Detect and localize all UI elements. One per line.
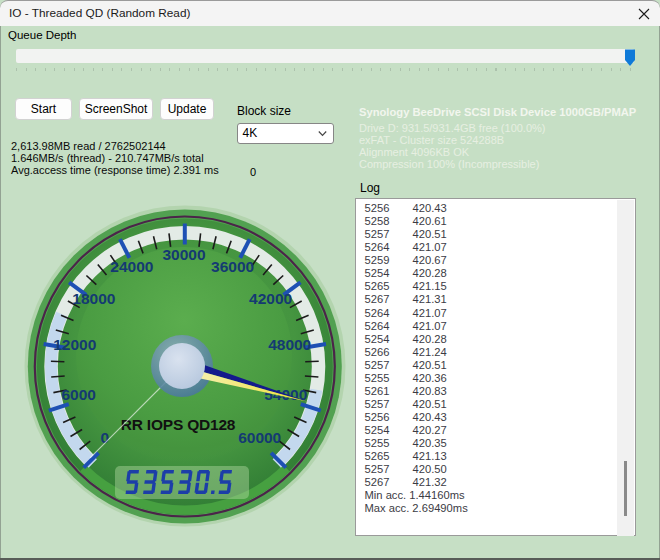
svg-text:48000: 48000 xyxy=(268,336,311,353)
svg-text:42000: 42000 xyxy=(249,290,292,307)
svg-text:36000: 36000 xyxy=(211,258,254,275)
svg-text:6000: 6000 xyxy=(61,386,95,403)
svg-text:30000: 30000 xyxy=(162,246,205,263)
svg-text:60000: 60000 xyxy=(238,429,281,446)
svg-text:24000: 24000 xyxy=(110,258,153,275)
svg-text:RR IOPS QD128: RR IOPS QD128 xyxy=(121,416,236,433)
svg-text:12000: 12000 xyxy=(53,336,96,353)
svg-text:18000: 18000 xyxy=(72,290,115,307)
